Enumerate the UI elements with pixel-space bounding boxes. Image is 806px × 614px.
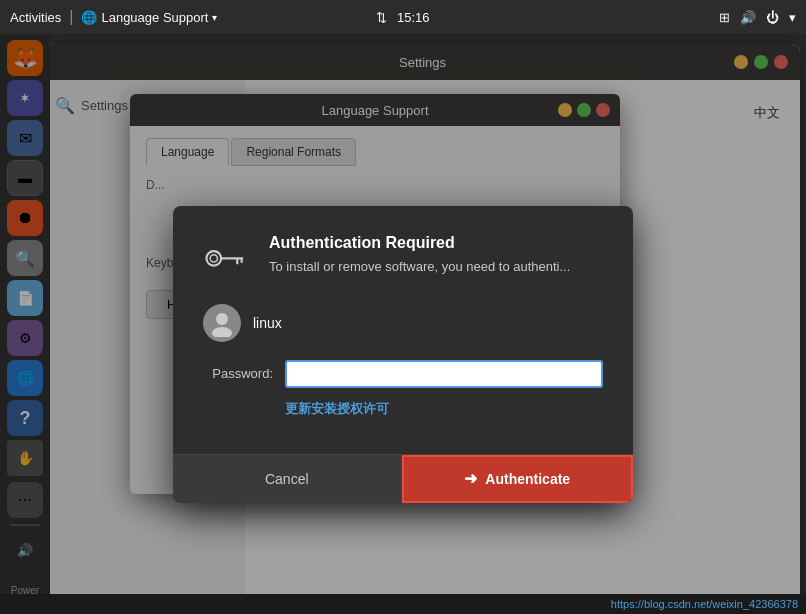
- auth-text-block: Authentication Required To install or re…: [269, 234, 570, 276]
- auth-subtitle: To install or remove software, you need …: [269, 258, 570, 276]
- bottom-url: https://blog.csdn.net/weixin_42366378: [611, 598, 798, 610]
- dropdown-icon: ▾: [789, 10, 796, 25]
- cancel-button[interactable]: Cancel: [173, 455, 402, 503]
- key-icon: [205, 243, 249, 273]
- auth-title: Authentication Required: [269, 234, 570, 252]
- top-bar-left: Activities | 🌐 Language Support ▾: [10, 8, 217, 26]
- user-avatar: [203, 304, 241, 342]
- auth-dialog: Authentication Required To install or re…: [173, 206, 633, 503]
- password-label: Password:: [203, 366, 273, 381]
- auth-overlay: Authentication Required To install or re…: [0, 34, 806, 614]
- top-bar-center: ⇅ 15:16: [376, 10, 429, 25]
- main-area: 🦊 ✶ ✉ ▬ ⏺ 🔍 📄 ⚙ 🌐 ? ✋: [0, 34, 806, 614]
- top-bar-right: ⊞ 🔊 ⏻ ▾: [719, 10, 796, 25]
- top-bar: Activities | 🌐 Language Support ▾ ⇅ 15:1…: [0, 0, 806, 34]
- authenticate-button[interactable]: ➜ Authenticate: [402, 455, 634, 503]
- volume-icon: 🔊: [740, 10, 756, 25]
- app-menu[interactable]: 🌐 Language Support ▾: [81, 10, 217, 25]
- app-name: Language Support: [101, 10, 208, 25]
- svg-point-1: [210, 254, 217, 261]
- network-status-icon: ⊞: [719, 10, 730, 25]
- network-icon: ⇅: [376, 10, 387, 25]
- auth-footer: Cancel ➜ Authenticate: [173, 454, 633, 503]
- username-label: linux: [253, 315, 282, 331]
- activities-button[interactable]: Activities: [10, 10, 61, 25]
- app-icon: 🌐: [81, 10, 97, 25]
- svg-point-6: [212, 327, 232, 337]
- arrow-icon: ➜: [464, 469, 477, 488]
- auth-password-field: Password:: [203, 360, 603, 388]
- auth-header: Authentication Required To install or re…: [203, 234, 603, 282]
- svg-point-0: [206, 251, 221, 266]
- auth-watermark: 更新安装授权许可: [203, 400, 603, 418]
- password-input[interactable]: [285, 360, 603, 388]
- dropdown-arrow: ▾: [212, 12, 217, 23]
- bottom-bar: https://blog.csdn.net/weixin_42366378: [0, 594, 806, 614]
- power-icon: ⏻: [766, 10, 779, 25]
- auth-dialog-body: Authentication Required To install or re…: [173, 206, 633, 454]
- auth-icon-container: [203, 234, 251, 282]
- time-display: 15:16: [397, 10, 430, 25]
- svg-point-5: [216, 313, 228, 325]
- auth-user-row: linux: [203, 304, 603, 342]
- avatar-icon: [208, 309, 236, 337]
